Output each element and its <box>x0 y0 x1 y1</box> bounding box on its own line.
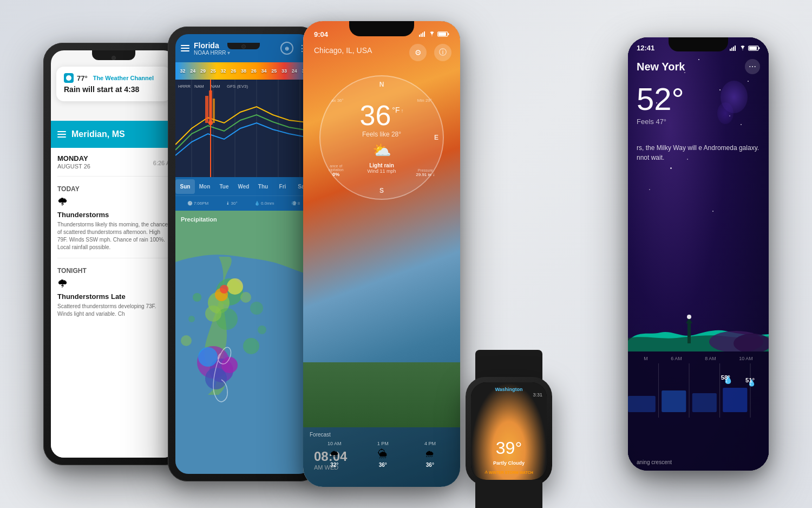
min-temp-display: Min 29° <box>417 98 432 103</box>
apple-watch: Washington 3:31 39° Partly Cloudy ⚠ WINT… <box>466 377 552 485</box>
forecast-strip: Forecast 10 AM 🌧 32° 1 PM 🌦 36° 4 PM � <box>303 427 460 487</box>
svg-point-24 <box>220 285 228 294</box>
battery-icon <box>437 31 449 37</box>
tab-mon[interactable]: Mon <box>195 179 214 194</box>
svg-point-35 <box>188 316 195 322</box>
radar-map-area[interactable]: Precipitation <box>175 211 312 474</box>
fc-time-0: 10 AM <box>328 441 342 446</box>
max-temp-label: ax 36° <box>331 98 344 103</box>
phone3-notch <box>349 21 414 36</box>
p5-time: 12:41 <box>637 44 654 52</box>
p5-location-row: New York ⋯ <box>637 59 760 74</box>
forecast-item-2: 4 PM 🌧 36° <box>424 441 436 468</box>
radar-temp-item: 🌡 30° <box>226 201 238 206</box>
p5-signal-icon <box>730 45 737 51</box>
svg-point-30 <box>221 357 238 373</box>
tab-fri[interactable]: Fri <box>273 179 292 194</box>
p5-story-text: rs, the Milky Way will e Andromeda galax… <box>637 143 760 162</box>
svg-rect-47 <box>731 48 732 51</box>
p5-more-button[interactable]: ⋯ <box>745 59 760 74</box>
svg-rect-52 <box>749 47 757 50</box>
phone-radar-map: Florida NOAA HRRR ▾ ⊕ ⋮ 32 24 29 25 32 <box>168 27 319 481</box>
watch-city: Washington <box>471 387 547 392</box>
share-icon[interactable]: ↑ <box>401 108 404 114</box>
p5-crescent-label: aning crescent <box>637 459 672 465</box>
fc-temp-0: 32° <box>328 462 342 468</box>
hamburger-icon[interactable] <box>57 131 66 138</box>
wifi-icon <box>429 31 435 37</box>
pressure-display: Pressure 29.91 in ↓ <box>416 168 435 177</box>
compass-north: N <box>379 81 384 88</box>
p5-city-name: New York <box>637 61 685 73</box>
svg-rect-48 <box>733 47 734 51</box>
watch-band-bottom <box>475 480 542 508</box>
radar-precip: 0.0mm <box>261 201 274 206</box>
fc-temp-1: 36° <box>377 462 389 468</box>
tab-sun[interactable]: Sun <box>175 179 195 194</box>
p5-chart: 💧 💧 58° 51° <box>628 363 769 418</box>
radar-precip-item: 💧 0.0mm <box>254 201 274 206</box>
watch-frame: Washington 3:31 39° Partly Cloudy ⚠ WINT… <box>466 377 552 485</box>
timeline-day-tabs[interactable]: Sun Mon Tue Wed Thu Fri Sat <box>175 177 312 196</box>
tab-thu[interactable]: Thu <box>253 179 273 194</box>
svg-rect-51 <box>758 47 760 49</box>
p5-wifi-icon <box>739 45 746 51</box>
notif-temp: 77° <box>77 74 88 82</box>
p5-temperature: 52° <box>637 81 684 117</box>
notif-app-name: The Weather Channel <box>93 75 154 81</box>
wc-content-area: MONDAY AUGUST 26 6:26 A TODAY 🌩 Thunders… <box>51 148 176 458</box>
pressure-label: Pressure <box>416 168 435 172</box>
svg-point-32 <box>193 293 201 302</box>
svg-text:NAM: NAM <box>194 84 204 89</box>
svg-point-29 <box>198 347 218 367</box>
svg-text:NAM: NAM <box>211 84 220 89</box>
fc-icon-0: 🌧 <box>328 448 342 460</box>
svg-point-31 <box>205 368 227 389</box>
wc-tonight-section: TONIGHT 🌩 Thunderstorms Late Scattered t… <box>57 267 170 318</box>
forecast-items: 10 AM 🌧 32° 1 PM 🌦 36° 4 PM 🌧 36° <box>310 441 454 468</box>
fc-time-1: 1 PM <box>377 441 389 446</box>
tab-tue[interactable]: Tue <box>214 179 234 194</box>
svg-text:58°: 58° <box>721 375 730 381</box>
phone-weather-channel: 77° The Weather Channel Rain will start … <box>43 43 184 465</box>
radar-model: NOAA HRRR <box>194 50 226 56</box>
nebula-2 <box>717 102 734 124</box>
svg-rect-45 <box>438 32 446 36</box>
condition-label: Light rain <box>360 162 404 168</box>
radar-info-bar: 🕐 7:06PM 🌡 30° 💧 0.0mm 💨 8 <box>175 196 312 211</box>
notif-title: Rain will start at 4:38 <box>64 85 163 94</box>
wc-tonight-condition: Thunderstorms Late <box>57 292 170 301</box>
map-type-label: Precipitation <box>181 216 217 223</box>
main-temperature: 36 <box>360 101 391 129</box>
watch-screen: Washington 3:31 39° Partly Cloudy ⚠ WINT… <box>471 382 547 480</box>
pressure-value: 29.91 in ↓ <box>416 172 435 177</box>
city-name: Chicago, IL, USA <box>314 46 372 55</box>
settings-button[interactable]: ⚙ <box>409 44 427 61</box>
svg-rect-63 <box>662 390 686 412</box>
compass-center-data: 36 °F ↑ Feels like 28° ⛅ Light rain Wind… <box>360 101 404 174</box>
svg-point-37 <box>181 335 192 346</box>
svg-point-26 <box>205 305 221 322</box>
p5-label-m: M <box>644 356 648 361</box>
weather-chart-area: HRRR NAM NAM GFS (EV3) 20 10 40 20 <box>175 80 312 177</box>
forecast-item-1: 1 PM 🌦 36° <box>377 441 389 468</box>
radar-compass-btn[interactable]: ⊕ <box>280 42 293 55</box>
forecast-label: Forecast <box>310 432 454 438</box>
fc-time-2: 4 PM <box>424 441 436 446</box>
watch-time: 3:31 <box>533 392 542 398</box>
fc-icon-2: 🌧 <box>424 448 436 460</box>
svg-rect-42 <box>424 31 425 37</box>
tab-wed[interactable]: Wed <box>234 179 253 194</box>
radar-menu-icon[interactable] <box>181 45 189 51</box>
svg-rect-40 <box>421 34 422 37</box>
p5-label-10am: 10 AM <box>739 356 753 361</box>
forecast-item-0: 10 AM 🌧 32° <box>328 441 342 468</box>
info-button[interactable]: ⓘ <box>434 44 451 61</box>
phone5-notch <box>669 37 728 51</box>
status-time: 9:04 <box>314 30 328 38</box>
wc-today-label: TODAY <box>57 185 170 193</box>
action-buttons[interactable]: ⚙ ⓘ <box>409 44 451 61</box>
wc-today-desc: Thunderstorms likely this morning, the c… <box>57 221 170 251</box>
wc-tonight-desc: Scattered thunderstorms developing 73F. … <box>57 303 170 318</box>
notification-card: 77° The Weather Channel Rain will start … <box>56 67 171 101</box>
